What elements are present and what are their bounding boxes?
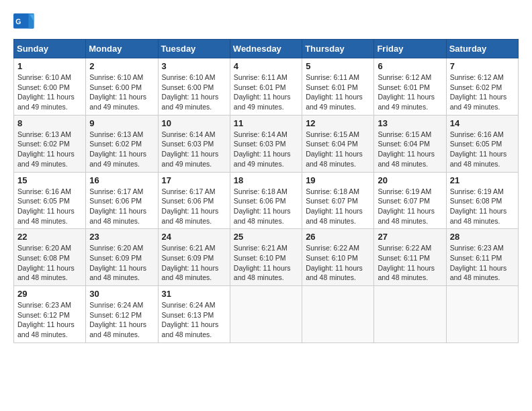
calendar-day-cell: 10 Sunrise: 6:14 AM Sunset: 6:03 PM Dayl… bbox=[158, 115, 230, 172]
day-info: Sunrise: 6:14 AM Sunset: 6:03 PM Dayligh… bbox=[162, 130, 226, 169]
day-number: 15 bbox=[17, 175, 82, 185]
day-number: 31 bbox=[162, 289, 226, 299]
calendar-day-cell: 25 Sunrise: 6:21 AM Sunset: 6:10 PM Dayl… bbox=[230, 229, 302, 286]
weekday-header-cell: Thursday bbox=[302, 40, 374, 58]
day-info: Sunrise: 6:12 AM Sunset: 6:01 PM Dayligh… bbox=[378, 73, 442, 112]
day-info: Sunrise: 6:19 AM Sunset: 6:08 PM Dayligh… bbox=[450, 187, 515, 226]
calendar-day-cell: 21 Sunrise: 6:19 AM Sunset: 6:08 PM Dayl… bbox=[446, 172, 518, 229]
day-info: Sunrise: 6:11 AM Sunset: 6:01 PM Dayligh… bbox=[306, 73, 370, 112]
calendar-day-cell: 1 Sunrise: 6:10 AM Sunset: 6:00 PM Dayli… bbox=[14, 58, 86, 116]
day-info: Sunrise: 6:20 AM Sunset: 6:08 PM Dayligh… bbox=[17, 243, 82, 283]
calendar-day-cell: 14 Sunrise: 6:16 AM Sunset: 6:05 PM Dayl… bbox=[446, 115, 518, 172]
logo-icon: G bbox=[13, 13, 35, 32]
day-number: 6 bbox=[378, 61, 442, 71]
calendar-day-cell: 29 Sunrise: 6:23 AM Sunset: 6:12 PM Dayl… bbox=[14, 286, 86, 343]
day-number: 2 bbox=[89, 61, 154, 71]
weekday-header-cell: Tuesday bbox=[158, 40, 230, 58]
weekday-header-cell: Saturday bbox=[446, 40, 518, 58]
calendar-day-cell: 27 Sunrise: 6:22 AM Sunset: 6:11 PM Dayl… bbox=[374, 229, 446, 286]
calendar-day-cell: 19 Sunrise: 6:18 AM Sunset: 6:07 PM Dayl… bbox=[302, 172, 374, 229]
page-header: G bbox=[13, 13, 519, 32]
day-info: Sunrise: 6:10 AM Sunset: 6:00 PM Dayligh… bbox=[17, 73, 82, 112]
day-info: Sunrise: 6:15 AM Sunset: 6:04 PM Dayligh… bbox=[378, 130, 442, 169]
day-number: 20 bbox=[378, 175, 442, 185]
calendar-day-cell bbox=[302, 286, 374, 343]
day-info: Sunrise: 6:20 AM Sunset: 6:09 PM Dayligh… bbox=[89, 243, 154, 283]
day-info: Sunrise: 6:13 AM Sunset: 6:02 PM Dayligh… bbox=[17, 130, 82, 169]
calendar-day-cell: 23 Sunrise: 6:20 AM Sunset: 6:09 PM Dayl… bbox=[86, 229, 158, 286]
day-info: Sunrise: 6:24 AM Sunset: 6:13 PM Dayligh… bbox=[162, 300, 226, 340]
day-number: 30 bbox=[89, 289, 154, 299]
day-number: 8 bbox=[17, 118, 82, 128]
day-number: 9 bbox=[89, 118, 154, 128]
day-info: Sunrise: 6:12 AM Sunset: 6:02 PM Dayligh… bbox=[450, 73, 515, 112]
day-number: 12 bbox=[306, 118, 370, 128]
day-info: Sunrise: 6:10 AM Sunset: 6:00 PM Dayligh… bbox=[89, 73, 154, 112]
calendar-day-cell: 5 Sunrise: 6:11 AM Sunset: 6:01 PM Dayli… bbox=[302, 58, 374, 116]
day-number: 19 bbox=[306, 175, 370, 185]
calendar-day-cell: 6 Sunrise: 6:12 AM Sunset: 6:01 PM Dayli… bbox=[374, 58, 446, 116]
calendar-week-row: 15 Sunrise: 6:16 AM Sunset: 6:05 PM Dayl… bbox=[14, 172, 519, 229]
day-info: Sunrise: 6:19 AM Sunset: 6:07 PM Dayligh… bbox=[378, 187, 442, 226]
day-number: 24 bbox=[162, 232, 226, 242]
day-info: Sunrise: 6:16 AM Sunset: 6:05 PM Dayligh… bbox=[17, 187, 82, 226]
calendar-day-cell: 13 Sunrise: 6:15 AM Sunset: 6:04 PM Dayl… bbox=[374, 115, 446, 172]
calendar-day-cell: 31 Sunrise: 6:24 AM Sunset: 6:13 PM Dayl… bbox=[158, 286, 230, 343]
day-info: Sunrise: 6:16 AM Sunset: 6:05 PM Dayligh… bbox=[450, 130, 515, 169]
day-info: Sunrise: 6:23 AM Sunset: 6:12 PM Dayligh… bbox=[17, 300, 82, 340]
day-info: Sunrise: 6:10 AM Sunset: 6:00 PM Dayligh… bbox=[162, 73, 226, 112]
weekday-header-cell: Monday bbox=[86, 40, 158, 58]
calendar-day-cell: 28 Sunrise: 6:23 AM Sunset: 6:11 PM Dayl… bbox=[446, 229, 518, 286]
day-number: 17 bbox=[162, 175, 226, 185]
day-info: Sunrise: 6:15 AM Sunset: 6:04 PM Dayligh… bbox=[306, 130, 370, 169]
day-number: 5 bbox=[306, 61, 370, 71]
day-number: 4 bbox=[234, 61, 298, 71]
calendar-day-cell: 24 Sunrise: 6:21 AM Sunset: 6:09 PM Dayl… bbox=[158, 229, 230, 286]
calendar-table: SundayMondayTuesdayWednesdayThursdayFrid… bbox=[13, 39, 519, 343]
day-info: Sunrise: 6:17 AM Sunset: 6:06 PM Dayligh… bbox=[162, 187, 226, 226]
logo: G bbox=[13, 13, 36, 32]
day-number: 26 bbox=[306, 232, 370, 242]
day-number: 1 bbox=[17, 61, 82, 71]
calendar-day-cell: 2 Sunrise: 6:10 AM Sunset: 6:00 PM Dayli… bbox=[86, 58, 158, 116]
calendar-day-cell bbox=[446, 286, 518, 343]
day-number: 27 bbox=[378, 232, 442, 242]
calendar-day-cell: 16 Sunrise: 6:17 AM Sunset: 6:06 PM Dayl… bbox=[86, 172, 158, 229]
svg-text:G: G bbox=[15, 18, 21, 26]
day-info: Sunrise: 6:22 AM Sunset: 6:11 PM Dayligh… bbox=[378, 243, 442, 283]
calendar-day-cell: 11 Sunrise: 6:14 AM Sunset: 6:03 PM Dayl… bbox=[230, 115, 302, 172]
calendar-day-cell bbox=[374, 286, 446, 343]
calendar-day-cell: 20 Sunrise: 6:19 AM Sunset: 6:07 PM Dayl… bbox=[374, 172, 446, 229]
day-number: 3 bbox=[162, 61, 226, 71]
weekday-header-cell: Friday bbox=[374, 40, 446, 58]
calendar-week-row: 1 Sunrise: 6:10 AM Sunset: 6:00 PM Dayli… bbox=[14, 58, 519, 116]
day-number: 23 bbox=[89, 232, 154, 242]
calendar-day-cell: 26 Sunrise: 6:22 AM Sunset: 6:10 PM Dayl… bbox=[302, 229, 374, 286]
day-number: 11 bbox=[234, 118, 298, 128]
day-number: 13 bbox=[378, 118, 442, 128]
day-info: Sunrise: 6:18 AM Sunset: 6:06 PM Dayligh… bbox=[234, 187, 298, 226]
day-number: 16 bbox=[89, 175, 154, 185]
weekday-header-cell: Wednesday bbox=[230, 40, 302, 58]
calendar-day-cell: 30 Sunrise: 6:24 AM Sunset: 6:12 PM Dayl… bbox=[86, 286, 158, 343]
day-info: Sunrise: 6:24 AM Sunset: 6:12 PM Dayligh… bbox=[89, 300, 154, 340]
calendar-day-cell bbox=[230, 286, 302, 343]
weekday-header-cell: Sunday bbox=[14, 40, 86, 58]
day-number: 29 bbox=[17, 289, 82, 299]
day-info: Sunrise: 6:22 AM Sunset: 6:10 PM Dayligh… bbox=[306, 243, 370, 283]
calendar-day-cell: 3 Sunrise: 6:10 AM Sunset: 6:00 PM Dayli… bbox=[158, 58, 230, 116]
day-number: 21 bbox=[450, 175, 515, 185]
calendar-body: 1 Sunrise: 6:10 AM Sunset: 6:00 PM Dayli… bbox=[14, 58, 519, 343]
calendar-day-cell: 7 Sunrise: 6:12 AM Sunset: 6:02 PM Dayli… bbox=[446, 58, 518, 116]
calendar-day-cell: 9 Sunrise: 6:13 AM Sunset: 6:02 PM Dayli… bbox=[86, 115, 158, 172]
day-number: 14 bbox=[450, 118, 515, 128]
day-info: Sunrise: 6:23 AM Sunset: 6:11 PM Dayligh… bbox=[450, 243, 515, 283]
calendar-day-cell: 22 Sunrise: 6:20 AM Sunset: 6:08 PM Dayl… bbox=[14, 229, 86, 286]
day-number: 7 bbox=[450, 61, 515, 71]
calendar-week-row: 22 Sunrise: 6:20 AM Sunset: 6:08 PM Dayl… bbox=[14, 229, 519, 286]
calendar-day-cell: 4 Sunrise: 6:11 AM Sunset: 6:01 PM Dayli… bbox=[230, 58, 302, 116]
day-number: 25 bbox=[234, 232, 298, 242]
calendar-day-cell: 8 Sunrise: 6:13 AM Sunset: 6:02 PM Dayli… bbox=[14, 115, 86, 172]
calendar-day-cell: 17 Sunrise: 6:17 AM Sunset: 6:06 PM Dayl… bbox=[158, 172, 230, 229]
day-info: Sunrise: 6:18 AM Sunset: 6:07 PM Dayligh… bbox=[306, 187, 370, 226]
